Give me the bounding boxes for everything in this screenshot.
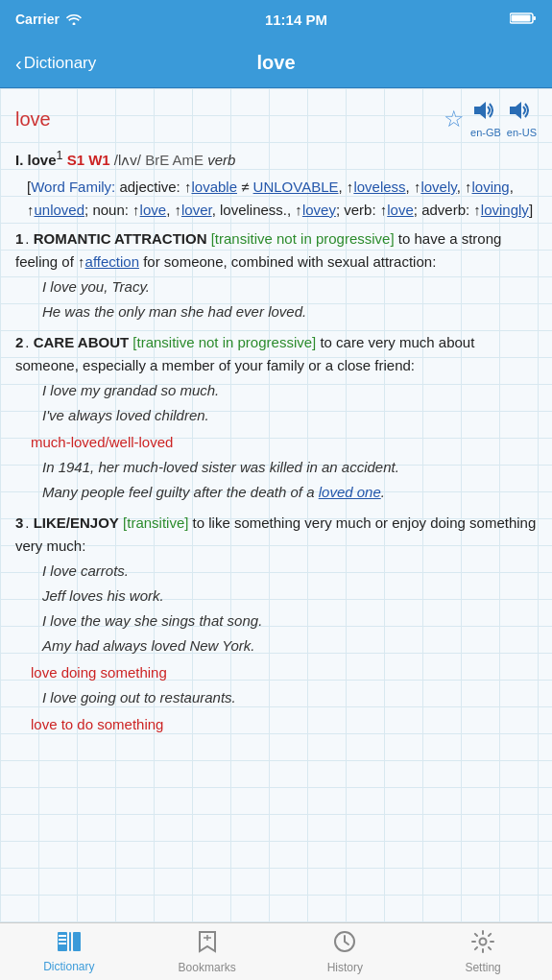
back-chevron-icon: ‹ [15, 54, 22, 73]
speaker-gb-icon [473, 100, 498, 127]
svg-point-12 [480, 939, 487, 945]
tag-w1: W1 [88, 152, 110, 168]
setting-tab-icon [470, 929, 495, 958]
tab-setting[interactable]: Setting [414, 929, 552, 974]
battery-icon [510, 12, 537, 28]
tab-dictionary[interactable]: Dictionary [0, 930, 138, 973]
sense-3: 3. LIKE/ENJOY [transitive] to like somet… [15, 512, 537, 736]
word-family-label: Word Family: [31, 179, 115, 195]
entry-word: love [28, 152, 57, 168]
audio-gb-label: en-GB [470, 127, 501, 138]
sense-1-example-2: He was the only man she had ever loved. [42, 300, 537, 323]
svg-marker-3 [474, 102, 486, 119]
sense-2-example-1: I love my grandad so much. [42, 379, 537, 402]
wf-lovingly[interactable]: lovingly [481, 202, 529, 218]
nav-title: love [111, 52, 441, 74]
wf-unloved[interactable]: unloved [35, 202, 85, 218]
entry-superscript: 1 [57, 149, 63, 162]
entry-number-prefix: I. [15, 152, 28, 168]
sense-1-num: 1 [15, 230, 23, 247]
tab-dictionary-label: Dictionary [43, 960, 94, 973]
word-title: love [15, 108, 51, 131]
svg-marker-4 [510, 102, 521, 119]
wf-unlovable[interactable]: UNLOVABLE [253, 179, 339, 195]
sense-3-example-3: I love the way she sings that song. [42, 610, 537, 633]
sense-1: 1. ROMANTIC ATTRACTION [transitive not i… [15, 227, 537, 323]
sense-3-label: LIKE/ENJOY [34, 514, 119, 531]
wf-love-noun[interactable]: love [140, 202, 167, 218]
sense-2-num: 2 [15, 334, 23, 350]
svg-rect-6 [69, 932, 71, 951]
sense-3-example-5: I love going out to restaurants. [42, 686, 537, 709]
sense-2-example-4: Many people feel guilty after the death … [42, 481, 537, 504]
tab-bookmarks[interactable]: Bookmarks [138, 929, 276, 974]
tab-bar: Dictionary Bookmarks History Set [0, 922, 552, 980]
sense-1-grammar: [transitive not in progressive] [211, 230, 395, 247]
svg-rect-2 [512, 14, 531, 21]
word-header: love ☆ en-GB [15, 100, 537, 138]
svg-rect-10 [59, 943, 66, 944]
entry-heading: I. love1 S1 W1 /lʌv/ BrE AmE verb [15, 146, 537, 172]
sense-3-phrase-2: love to do something [31, 713, 537, 736]
history-tab-icon [332, 929, 357, 958]
wifi-icon [65, 12, 83, 28]
word-family: [Word Family: adjective: ↑lovable ≠ UNLO… [27, 176, 537, 222]
status-time: 11:14 PM [265, 12, 327, 28]
sense-3-example-1: I love carrots. [42, 560, 537, 583]
sense-2-text: 2. CARE ABOUT [transitive not in progres… [15, 334, 474, 373]
nav-bar: ‹ Dictionary love [0, 38, 552, 88]
tab-history-label: History [327, 961, 363, 974]
svg-rect-1 [534, 16, 537, 20]
tab-history[interactable]: History [276, 929, 415, 974]
tab-bookmarks-label: Bookmarks [179, 961, 236, 974]
status-bar: Carrier 11:14 PM [0, 0, 552, 38]
sense-3-example-2: Jeff loves his work. [42, 585, 537, 608]
loved-one-link[interactable]: loved one [319, 484, 381, 500]
sense-3-text: 3. LIKE/ENJOY [transitive] to like somet… [15, 514, 536, 554]
sense-3-phrase-1: love doing something [31, 661, 537, 684]
wf-love-verb[interactable]: love [387, 202, 414, 218]
sense-1-label: ROMANTIC ATTRACTION [34, 230, 207, 247]
pronunciation: /lʌv/ [114, 152, 141, 168]
sense-1-example-1: I love you, Tracy. [42, 275, 537, 299]
svg-rect-9 [59, 939, 66, 941]
audio-us-label: en-US [507, 127, 537, 138]
wf-loveless[interactable]: loveless [353, 179, 405, 195]
svg-rect-8 [59, 935, 66, 937]
sense-2-example-2: I've always loved children. [42, 404, 537, 427]
sense-2-grammar: [transitive not in progressive] [132, 334, 316, 350]
variant: BrE AmE [145, 152, 204, 168]
sense-2-phrase: much-loved/well-loved [31, 431, 537, 454]
bookmarks-tab-icon [195, 929, 220, 958]
sense-3-num: 3 [15, 514, 23, 531]
wf-lovable[interactable]: lovable [191, 179, 237, 195]
tab-setting-label: Setting [465, 961, 500, 974]
speaker-us-icon [509, 100, 534, 127]
sense-3-grammar: [transitive] [123, 514, 188, 531]
dictionary-entry: I. love1 S1 W1 /lʌv/ BrE AmE verb [Word … [15, 146, 537, 736]
wf-lovey[interactable]: lovey [302, 202, 336, 218]
sense-2-example-3: In 1941, her much-loved sister was kille… [42, 456, 537, 479]
content-area: love ☆ en-GB [0, 88, 552, 922]
back-label: Dictionary [24, 54, 97, 73]
sense-1-affection-link[interactable]: affection [85, 253, 139, 270]
part-of-speech: verb [207, 152, 235, 168]
sense-2: 2. CARE ABOUT [transitive not in progres… [15, 331, 537, 504]
bookmark-star-icon[interactable]: ☆ [444, 108, 465, 131]
carrier-label: Carrier [15, 12, 60, 27]
sense-1-text: 1. ROMANTIC ATTRACTION [transitive not i… [15, 230, 501, 270]
sense-3-example-4: Amy had always loved New York. [42, 634, 537, 657]
audio-gb-button[interactable]: en-GB [470, 100, 501, 138]
sense-2-label: CARE ABOUT [34, 334, 129, 350]
dictionary-tab-icon [56, 930, 83, 957]
wf-lover[interactable]: lover [181, 202, 212, 218]
wf-lovely[interactable]: lovely [420, 179, 456, 195]
audio-controls: ☆ en-GB [444, 100, 537, 138]
svg-rect-7 [73, 932, 81, 951]
tag-s1: S1 [67, 152, 84, 168]
audio-us-button[interactable]: en-US [507, 100, 537, 138]
status-left: Carrier [15, 12, 83, 28]
wf-loving[interactable]: loving [472, 179, 510, 195]
status-right [510, 12, 537, 28]
back-button[interactable]: ‹ Dictionary [15, 54, 111, 73]
